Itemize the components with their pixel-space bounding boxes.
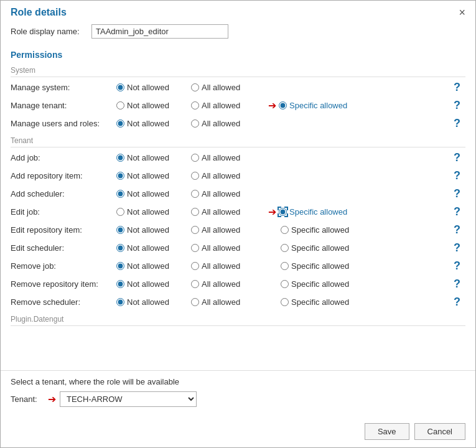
radio-remove-job-specific[interactable]: Specific allowed <box>281 261 362 271</box>
radio-remove-repo-all-allowed[interactable]: All allowed <box>191 279 266 289</box>
radio-edit-scheduler-all-allowed[interactable]: All allowed <box>191 243 266 253</box>
group-plugin-datengut: Plugin.Datengut <box>11 311 465 346</box>
radio-edit-job-all-allowed[interactable]: All allowed <box>191 207 266 217</box>
radio-manage-tenant-not-allowed[interactable]: Not allowed <box>116 101 191 110</box>
help-icon-remove-scheduler[interactable]: ? <box>454 296 465 309</box>
permissions-header: Permissions <box>11 50 465 60</box>
perm-label-manage-system: Manage system: <box>11 83 116 92</box>
radio-remove-scheduler-specific[interactable]: Specific allowed <box>281 297 362 307</box>
radio-remove-job-not-allowed[interactable]: Not allowed <box>116 261 191 271</box>
dialog-title-bar: Role details × <box>1 1 475 22</box>
radio-edit-repo-not-allowed[interactable]: Not allowed <box>116 225 191 235</box>
radio-manage-users-not-allowed[interactable]: Not allowed <box>116 119 191 128</box>
perm-label-remove-job: Remove job: <box>11 261 116 271</box>
radio-add-scheduler-all-allowed[interactable]: All allowed <box>191 189 266 198</box>
perm-label-add-job: Add job: <box>11 153 116 162</box>
help-icon-add-job[interactable]: ? <box>454 151 465 164</box>
radio-edit-job-not-allowed[interactable]: Not allowed <box>116 207 191 217</box>
role-name-label: Role display name: <box>11 27 91 36</box>
close-button[interactable]: × <box>459 7 465 18</box>
perm-label-manage-users: Manage users and roles: <box>11 119 116 128</box>
help-icon-edit-repo[interactable]: ? <box>454 223 465 236</box>
help-icon-remove-repo[interactable]: ? <box>454 278 465 291</box>
radio-manage-system-not-allowed[interactable]: Not allowed <box>116 83 191 92</box>
radio-add-repo-not-allowed[interactable]: Not allowed <box>116 171 191 180</box>
radio-manage-tenant-all-allowed[interactable]: All allowed <box>191 101 266 110</box>
radio-add-job-not-allowed[interactable]: Not allowed <box>116 153 191 162</box>
perm-row-manage-tenant: Manage tenant: Not allowed All allowed ➔… <box>11 96 465 114</box>
dialog-title: Role details <box>11 7 67 18</box>
footer-buttons: Save Cancel <box>1 418 475 447</box>
radio-edit-scheduler-not-allowed[interactable]: Not allowed <box>116 243 191 253</box>
tenant-select[interactable]: TECH-ARROW Default <box>60 391 197 407</box>
dialog-body: Role display name: Permissions System Ma… <box>1 22 475 370</box>
role-name-input[interactable] <box>91 24 228 39</box>
perm-row-add-job: Add job: Not allowed All allowed ? <box>11 149 465 167</box>
radio-remove-scheduler-not-allowed[interactable]: Not allowed <box>116 297 191 307</box>
role-name-row: Role display name: <box>11 24 465 39</box>
radio-edit-job-specific[interactable]: Specific allowed <box>279 207 360 217</box>
group-label-plugin-datengut: Plugin.Datengut <box>11 311 465 326</box>
arrow-icon-manage-tenant: ➔ <box>268 100 276 111</box>
perm-row-edit-job: Edit job: Not allowed All allowed ➔ Spec… <box>11 203 465 221</box>
perm-row-remove-job: Remove job: Not allowed All allowed Spec… <box>11 257 465 275</box>
help-icon-add-repo[interactable]: ? <box>454 169 465 182</box>
radio-add-job-all-allowed[interactable]: All allowed <box>191 153 266 162</box>
radio-edit-repo-all-allowed[interactable]: All allowed <box>191 225 266 235</box>
save-button[interactable]: Save <box>365 423 409 440</box>
radio-add-repo-all-allowed[interactable]: All allowed <box>191 171 266 180</box>
group-tenant: Tenant Add job: Not allowed All allowed … <box>11 133 465 311</box>
perm-row-add-scheduler: Add scheduler: Not allowed All allowed ? <box>11 185 465 203</box>
perm-row-remove-repo: Remove repository item: Not allowed All … <box>11 275 465 293</box>
permissions-scroll-area[interactable]: System Manage system: Not allowed All al… <box>11 62 465 370</box>
perm-label-manage-tenant: Manage tenant: <box>11 101 116 110</box>
footer-section: Select a tenant, where the role will be … <box>1 370 475 418</box>
perm-label-add-repo: Add repository item: <box>11 171 116 180</box>
help-icon-edit-job[interactable]: ? <box>454 205 465 218</box>
group-system: System Manage system: Not allowed All al… <box>11 62 465 133</box>
perm-row-add-repo: Add repository item: Not allowed All all… <box>11 167 465 185</box>
perm-row-edit-scheduler: Edit scheduler: Not allowed All allowed … <box>11 239 465 257</box>
radio-remove-repo-specific[interactable]: Specific allowed <box>281 279 362 289</box>
radio-manage-users-all-allowed[interactable]: All allowed <box>191 119 266 128</box>
cancel-button[interactable]: Cancel <box>414 423 465 440</box>
radio-remove-job-all-allowed[interactable]: All allowed <box>191 261 266 271</box>
radio-manage-tenant-specific[interactable]: Specific allowed <box>279 101 360 110</box>
radio-edit-scheduler-specific[interactable]: Specific allowed <box>281 243 362 253</box>
perm-label-remove-scheduler: Remove scheduler: <box>11 297 116 307</box>
perm-label-edit-repo: Edit repository item: <box>11 225 116 235</box>
perm-row-manage-users: Manage users and roles: Not allowed All … <box>11 114 465 133</box>
perm-label-edit-scheduler: Edit scheduler: <box>11 243 116 253</box>
help-icon-add-scheduler[interactable]: ? <box>454 187 465 200</box>
radio-remove-scheduler-all-allowed[interactable]: All allowed <box>191 297 266 307</box>
perm-row-remove-scheduler: Remove scheduler: Not allowed All allowe… <box>11 293 465 311</box>
radio-add-scheduler-not-allowed[interactable]: Not allowed <box>116 189 191 198</box>
radio-edit-repo-specific[interactable]: Specific allowed <box>281 225 362 235</box>
help-icon-manage-tenant[interactable]: ? <box>454 99 465 112</box>
help-icon-remove-job[interactable]: ? <box>454 259 465 273</box>
perm-label-remove-repo: Remove repository item: <box>11 279 116 289</box>
tenant-info-text: Select a tenant, where the role will be … <box>11 377 465 386</box>
radio-manage-system-all-allowed[interactable]: All allowed <box>191 83 266 92</box>
arrow-icon-edit-job: ➔ <box>268 206 276 218</box>
perm-row-manage-system: Manage system: Not allowed All allowed ? <box>11 78 465 96</box>
role-details-dialog: Role details × Role display name: Permis… <box>0 0 476 448</box>
tenant-arrow-icon: ➔ <box>48 393 56 405</box>
help-icon-edit-scheduler[interactable]: ? <box>454 241 465 254</box>
tenant-label: Tenant: <box>11 394 48 404</box>
tenant-row: Tenant: ➔ TECH-ARROW Default <box>11 391 465 407</box>
perm-label-edit-job: Edit job: <box>11 207 116 217</box>
help-icon-manage-system[interactable]: ? <box>454 81 465 94</box>
perm-label-add-scheduler: Add scheduler: <box>11 189 116 198</box>
group-label-system: System <box>11 62 465 77</box>
perm-row-edit-repo: Edit repository item: Not allowed All al… <box>11 221 465 239</box>
help-icon-manage-users[interactable]: ? <box>454 117 465 130</box>
radio-remove-repo-not-allowed[interactable]: Not allowed <box>116 279 191 289</box>
group-label-tenant: Tenant <box>11 133 465 147</box>
